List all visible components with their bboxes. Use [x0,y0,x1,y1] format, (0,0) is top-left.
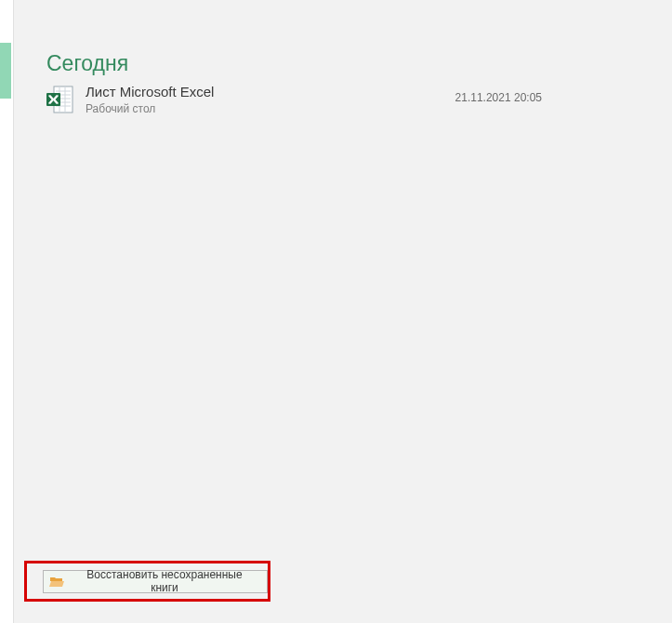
annotation-highlight: Восстановить несохраненные книги [24,561,270,602]
excel-file-icon [46,86,74,113]
recover-unsaved-workbooks-button[interactable]: Восстановить несохраненные книги [43,570,268,593]
recent-file-location: Рабочий стол [86,102,455,115]
selected-nav-marker [0,43,11,99]
folder-open-icon [49,575,64,588]
recent-file-modified-date: 21.11.2021 20:05 [455,91,542,104]
recent-file-row[interactable]: Лист Microsoft Excel Рабочий стол 21.11.… [46,84,644,121]
recover-button-label: Восстановить несохраненные книги [72,568,257,594]
recent-file-title: Лист Microsoft Excel [86,84,455,100]
recent-section-heading: Сегодня [46,52,128,75]
